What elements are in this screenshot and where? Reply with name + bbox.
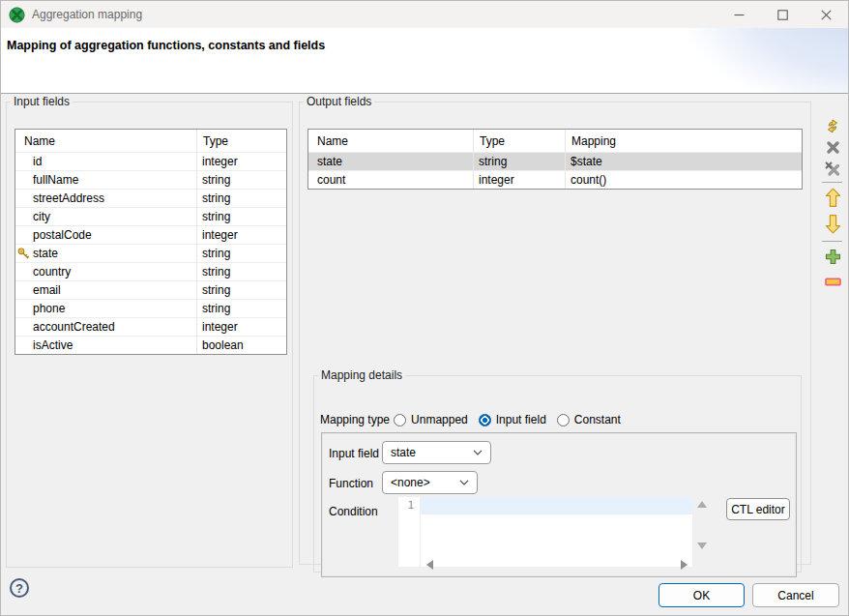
toolbar-separator: [822, 241, 842, 242]
ok-button[interactable]: OK: [659, 583, 745, 607]
field-type-cell: string: [196, 190, 286, 207]
mapping-type-option-constant[interactable]: Constant: [557, 413, 621, 426]
field-name-cell: fullName: [15, 171, 196, 189]
field-name-cell: id: [15, 153, 196, 170]
table-row[interactable]: countrystring: [15, 262, 286, 280]
field-type-cell: string: [196, 245, 286, 262]
field-name-cell: state: [15, 245, 196, 262]
field-icon-placeholder: [16, 229, 30, 242]
radio-label[interactable]: Constant: [574, 413, 621, 426]
input-field-value: state: [391, 446, 416, 459]
field-type-cell: integer: [473, 171, 565, 189]
remove-field-icon[interactable]: [822, 272, 843, 292]
move-down-icon[interactable]: [822, 214, 843, 234]
function-dropdown[interactable]: <none>: [382, 471, 478, 494]
function-value: <none>: [391, 476, 430, 489]
minimize-icon[interactable]: [717, 1, 761, 28]
table-row[interactable]: statestring: [15, 244, 286, 262]
field-type-cell: boolean: [196, 337, 286, 354]
function-label: Function: [329, 477, 373, 490]
field-icon-placeholder: [16, 266, 30, 279]
field-name-cell: streetAddress: [15, 190, 196, 207]
window-controls: [717, 1, 848, 28]
field-name-cell: email: [15, 281, 196, 299]
mapping-details-group-label: Mapping details: [318, 368, 405, 382]
output-fields-group: Output fields Name Type Mapping statestr…: [299, 95, 811, 565]
delete-mapping-icon[interactable]: [822, 137, 843, 158]
field-type-cell: integer: [196, 318, 286, 336]
field-type-cell: string: [196, 300, 286, 317]
column-header-mapping: Mapping: [565, 130, 802, 152]
mapping-type-row: Mapping type UnmappedInput fieldConstant: [320, 412, 631, 427]
field-icon-placeholder: [16, 303, 30, 315]
aggregation-mapping-dialog: Aggregation mapping Mapping of aggregati…: [0, 0, 849, 616]
scroll-left-icon[interactable]: [426, 560, 433, 570]
titlebar: Aggregation mapping: [1, 1, 848, 28]
radio-label[interactable]: Unmapped: [411, 413, 468, 426]
table-row[interactable]: countintegercount(): [308, 170, 802, 189]
delete-all-mappings-icon[interactable]: [822, 159, 843, 179]
dialog-header-title: Mapping of aggregation functions, consta…: [7, 39, 325, 52]
condition-editor[interactable]: [421, 497, 692, 567]
move-up-icon[interactable]: [822, 188, 843, 208]
field-type-cell: string: [196, 208, 286, 225]
help-button[interactable]: ?: [10, 578, 29, 598]
input-field-dropdown[interactable]: state: [382, 441, 491, 464]
input-table-header: Name Type: [15, 130, 286, 152]
field-type-cell: string: [473, 153, 565, 170]
field-type-cell: string: [196, 263, 286, 280]
column-header-type: Type: [473, 130, 565, 152]
key-icon: [16, 248, 30, 260]
field-name-cell: phone: [15, 300, 196, 317]
table-row[interactable]: citystring: [15, 207, 286, 225]
table-row[interactable]: emailstring: [15, 280, 286, 299]
close-icon[interactable]: [805, 1, 848, 28]
field-name-cell: city: [15, 208, 196, 225]
input-fields-group-label: Input fields: [11, 95, 73, 108]
field-mapping-cell: count(): [565, 171, 802, 189]
condition-current-line: [421, 497, 692, 514]
radio-icon[interactable]: [394, 414, 406, 426]
clover-app-icon: [9, 7, 25, 23]
table-row[interactable]: fullNamestring: [15, 170, 286, 189]
maximize-icon[interactable]: [761, 1, 805, 28]
scroll-up-icon[interactable]: [697, 501, 707, 508]
toolbar-separator: [822, 182, 842, 183]
field-name-cell: isActive: [15, 337, 196, 354]
table-row[interactable]: streetAddressstring: [15, 189, 286, 207]
mapping-type-option-input-field[interactable]: Input field: [479, 413, 546, 426]
cancel-button[interactable]: Cancel: [752, 583, 839, 607]
column-header-name: Name: [15, 130, 196, 152]
scroll-down-icon[interactable]: [697, 543, 707, 549]
field-name-cell: state: [308, 153, 473, 170]
radio-selected-icon[interactable]: [479, 414, 491, 426]
table-row[interactable]: isActiveboolean: [15, 336, 286, 354]
field-name-cell: country: [15, 263, 196, 280]
table-row[interactable]: accountCreatedinteger: [15, 317, 286, 336]
field-icon-placeholder: [16, 156, 30, 168]
field-type-cell: integer: [196, 153, 286, 170]
ctl-editor-button[interactable]: CTL editor: [726, 498, 790, 520]
field-type-cell: integer: [196, 226, 286, 244]
table-row[interactable]: idinteger: [15, 152, 286, 170]
auto-map-icon[interactable]: [822, 116, 843, 136]
table-row[interactable]: statestring$state: [308, 152, 802, 170]
radio-label[interactable]: Input field: [496, 413, 546, 426]
field-name-cell: accountCreated: [15, 318, 196, 336]
scroll-right-icon[interactable]: [681, 560, 688, 570]
field-type-cell: string: [196, 171, 286, 189]
output-fields-group-label: Output fields: [304, 95, 374, 108]
condition-line-numbers: 1: [398, 497, 421, 567]
output-table-header: Name Type Mapping: [308, 130, 802, 152]
add-field-icon[interactable]: [822, 247, 843, 267]
field-icon-placeholder: [16, 339, 30, 352]
radio-icon[interactable]: [557, 414, 570, 426]
table-row[interactable]: postalCodeinteger: [15, 225, 286, 244]
field-name-cell: count: [308, 171, 473, 189]
column-header-type: Type: [196, 130, 286, 152]
mapping-type-option-unmapped[interactable]: Unmapped: [394, 413, 468, 426]
dialog-body: Input fields Name Type idintegerfullName…: [1, 95, 848, 615]
field-name-cell: postalCode: [15, 226, 196, 244]
chevron-down-icon: [459, 480, 469, 485]
table-row[interactable]: phonestring: [15, 299, 286, 317]
